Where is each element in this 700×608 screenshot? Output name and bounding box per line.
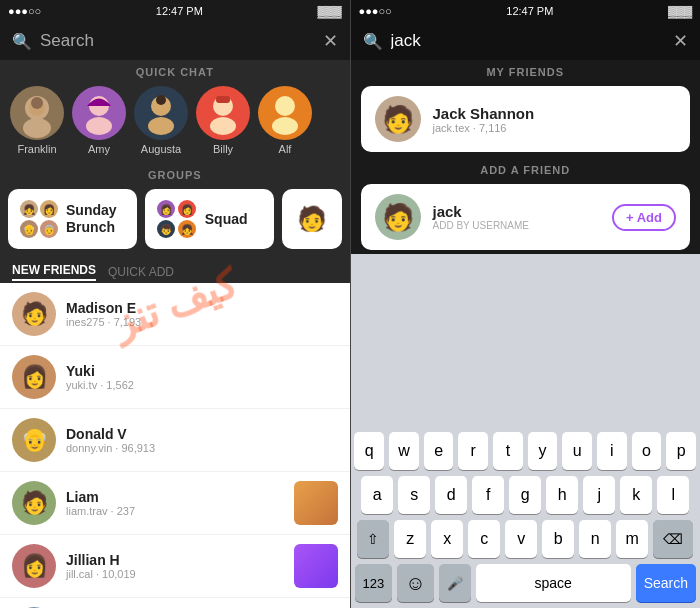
key-x[interactable]: x [431, 520, 463, 558]
left-search-bar: 🔍 ✕ [0, 22, 350, 60]
right-search-input[interactable] [391, 31, 666, 51]
key-emoji[interactable]: ☺ [397, 564, 433, 602]
key-y[interactable]: y [528, 432, 558, 470]
quick-chat-header: QUICK CHAT [0, 60, 350, 82]
key-a[interactable]: a [361, 476, 393, 514]
add-friend-name: jack [433, 203, 601, 220]
avatar: 🧑 [12, 292, 56, 336]
tab-new-friends[interactable]: NEW FRIENDS [12, 263, 96, 281]
key-i[interactable]: i [597, 432, 627, 470]
svg-point-13 [272, 117, 298, 135]
add-friend-sub: ADD BY USERNAME [433, 220, 601, 231]
key-p[interactable]: p [666, 432, 696, 470]
group-mini-avatar: 👩 [157, 200, 175, 218]
group-name: Squad [205, 211, 248, 228]
add-friend-button[interactable]: + Add [612, 204, 676, 231]
avatar-franklin [10, 86, 64, 140]
key-q[interactable]: q [354, 432, 384, 470]
key-123[interactable]: 123 [355, 564, 393, 602]
quick-chat-item[interactable]: Amy [72, 86, 126, 155]
tab-quick-add[interactable]: QUICK ADD [108, 265, 174, 279]
avatar-billy [196, 86, 250, 140]
friend-name: Jillian H [66, 552, 284, 568]
friend-name: Liam [66, 489, 284, 505]
friend-info: Donald V donny.vin · 96,913 [66, 426, 338, 454]
group-mini-avatar: 👴 [20, 220, 38, 238]
friends-list: 🧑 Madison E ines275 · 7,193 👩 Yuki yuki.… [0, 283, 350, 608]
friends-tabs: NEW FRIENDS QUICK ADD [0, 257, 350, 283]
group-extra[interactable]: 🧑 [282, 189, 342, 249]
keyboard: q w e r t y u i o p a s d f g h j k [351, 254, 701, 608]
key-w[interactable]: w [389, 432, 419, 470]
left-status-bar: ●●●○○ 12:47 PM ▓▓▓ [0, 0, 350, 22]
group-squad[interactable]: 👩 👩 👦 👧 Squad [145, 189, 274, 249]
list-item[interactable]: 🧑 Madison E ines275 · 7,193 [0, 283, 350, 346]
avatar: 🧑 [12, 481, 56, 525]
friend-info: Liam liam.trav · 237 [66, 489, 284, 517]
friend-name: Donald V [66, 426, 338, 442]
svg-point-10 [210, 117, 236, 135]
quick-chat-item[interactable]: Augusta [134, 86, 188, 155]
key-search[interactable]: Search [636, 564, 696, 602]
key-l[interactable]: l [657, 476, 689, 514]
group-mini-avatar: 👦 [157, 220, 175, 238]
quick-chat-item[interactable]: Billy [196, 86, 250, 155]
key-h[interactable]: h [546, 476, 578, 514]
key-e[interactable]: e [424, 432, 454, 470]
key-g[interactable]: g [509, 476, 541, 514]
groups-header: GROUPS [0, 163, 350, 185]
list-item[interactable]: 👩 Yuki yuki.tv · 1,562 [0, 346, 350, 409]
key-k[interactable]: k [620, 476, 652, 514]
left-search-input[interactable] [40, 31, 315, 51]
search-icon: 🔍 [363, 32, 383, 51]
group-mini-avatar: 👵 [40, 220, 58, 238]
friend-sub: liam.trav · 237 [66, 505, 284, 517]
friend-sub: yuki.tv · 1,562 [66, 379, 338, 391]
quick-chat-item[interactable]: Franklin [10, 86, 64, 155]
svg-point-7 [148, 117, 174, 135]
friend-sub: ines275 · 7,193 [66, 316, 338, 328]
right-status-time: 12:47 PM [506, 5, 553, 17]
key-s[interactable]: s [398, 476, 430, 514]
emoji-icon: ☺ [405, 572, 425, 595]
group-sunday-brunch[interactable]: 👧 👩 👴 👵 Sunday Brunch [8, 189, 137, 249]
group-avatars: 👩 👩 👦 👧 [157, 200, 197, 238]
key-d[interactable]: d [435, 476, 467, 514]
left-status-time: 12:47 PM [156, 5, 203, 17]
avatar-label: Augusta [141, 143, 181, 155]
friend-info: Yuki yuki.tv · 1,562 [66, 363, 338, 391]
list-item[interactable]: 🧑 Dana dana.luck · 119 [0, 598, 350, 608]
group-avatar-single: 🧑 [297, 205, 327, 233]
key-mic[interactable]: 🎤 [439, 564, 471, 602]
friend-sub: donny.vin · 96,913 [66, 442, 338, 454]
result-info: Jack Shannon jack.tex · 7,116 [433, 105, 677, 134]
key-o[interactable]: o [632, 432, 662, 470]
add-friend-card: 🧑 jack ADD BY USERNAME + Add [361, 184, 691, 250]
key-b[interactable]: b [542, 520, 574, 558]
avatar: 🧑 [375, 194, 421, 240]
key-f[interactable]: f [472, 476, 504, 514]
key-z[interactable]: z [394, 520, 426, 558]
avatar: 👴 [12, 418, 56, 462]
key-n[interactable]: n [579, 520, 611, 558]
key-space[interactable]: space [476, 564, 631, 602]
quick-chat-item[interactable]: Alf [258, 86, 312, 155]
my-friends-result[interactable]: 🧑 Jack Shannon jack.tex · 7,116 [361, 86, 691, 152]
friend-thumbnail [294, 544, 338, 588]
list-item[interactable]: 👩 Jillian H jill.cal · 10,019 [0, 535, 350, 598]
quick-chat-row: Franklin Amy Augusta Billy Alf [0, 82, 350, 163]
key-delete[interactable]: ⌫ [653, 520, 693, 558]
list-item[interactable]: 👴 Donald V donny.vin · 96,913 [0, 409, 350, 472]
list-item[interactable]: 🧑 Liam liam.trav · 237 [0, 472, 350, 535]
close-icon[interactable]: ✕ [673, 30, 688, 52]
right-status-bar: ●●●○○ 12:47 PM ▓▓▓ [351, 0, 701, 22]
key-v[interactable]: v [505, 520, 537, 558]
key-m[interactable]: m [616, 520, 648, 558]
key-c[interactable]: c [468, 520, 500, 558]
key-shift[interactable]: ⇧ [357, 520, 389, 558]
key-j[interactable]: j [583, 476, 615, 514]
key-t[interactable]: t [493, 432, 523, 470]
key-u[interactable]: u [562, 432, 592, 470]
key-r[interactable]: r [458, 432, 488, 470]
close-icon[interactable]: ✕ [323, 30, 338, 52]
